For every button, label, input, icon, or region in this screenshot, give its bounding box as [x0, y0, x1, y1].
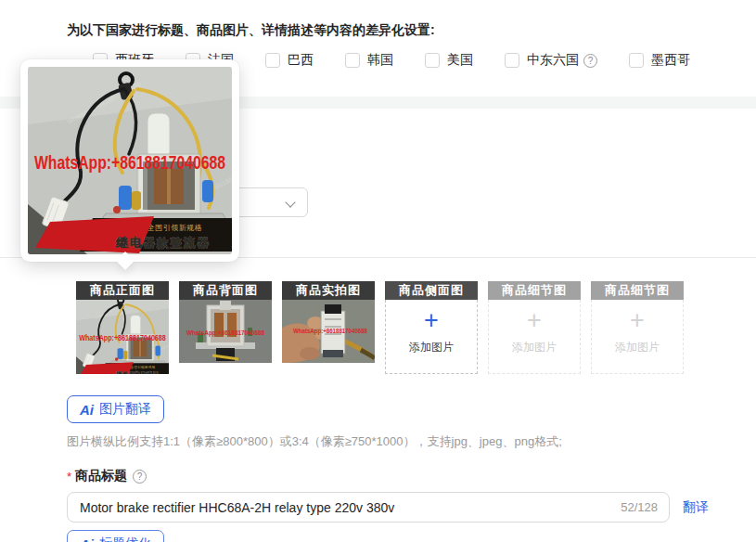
translate-link[interactable]: 翻译	[683, 499, 709, 516]
slot-header: 商品实拍图	[282, 281, 375, 300]
country-option-usa[interactable]: 美国	[425, 52, 473, 69]
question-circle-icon[interactable]: ?	[133, 470, 147, 484]
page: 为以下国家进行标题、商品图片、详情描述等内容的差异化设置: 西班牙 法国 巴西 …	[0, 0, 756, 542]
product-title-label-row: * 商品标题 ?	[67, 468, 147, 484]
bottom-button-label: 标题优化	[99, 536, 151, 542]
country-label: 韩国	[367, 52, 393, 69]
upload-dropzone[interactable]: + 添加图片	[385, 300, 478, 374]
upload-slot-side-view[interactable]: 商品侧面图 + 添加图片	[385, 281, 478, 374]
char-counter: 52/128	[621, 500, 669, 514]
slot-header: 商品细节图	[591, 281, 684, 300]
product-title-input[interactable]	[68, 500, 621, 515]
product-title-label: 商品标题	[75, 468, 127, 484]
image-slot-front[interactable]: 商品正面图	[76, 281, 169, 374]
plus-icon: +	[424, 307, 439, 333]
product-title-field[interactable]: 52/128	[67, 492, 670, 523]
slot-header: 商品背面图	[179, 281, 272, 300]
svg-text:WhatsApp:+8618817040688: WhatsApp:+8618817040688	[293, 328, 367, 335]
ai-logo-icon: Ai	[80, 536, 94, 542]
svg-text:WhatsApp:+8618817040688: WhatsApp:+8618817040688	[186, 329, 264, 337]
slot-header: 商品侧面图	[385, 281, 478, 300]
upload-slot-detail-2: 商品细节图 + 添加图片	[591, 281, 684, 374]
popup-pointer-arrow	[116, 252, 135, 270]
checkbox[interactable]	[425, 53, 440, 68]
add-image-label: 添加图片	[615, 340, 660, 355]
country-label: 中东六国	[527, 52, 579, 69]
image-requirements-hint: 图片横纵比例支持1:1（像素≥800*800）或3:4（像素≥750*1000）…	[67, 433, 562, 450]
add-image-label: 添加图片	[512, 340, 557, 355]
ai-logo-icon: Ai	[80, 402, 94, 418]
ai-title-optimize-button[interactable]: Ai 标题优化	[67, 530, 164, 542]
country-option-brazil[interactable]: 巴西	[265, 52, 314, 69]
product-front-thumbnail[interactable]	[76, 300, 169, 374]
checkbox[interactable]	[265, 53, 280, 68]
upload-dropzone-disabled: + 添加图片	[591, 300, 684, 374]
plus-icon: +	[630, 307, 645, 333]
upload-slot-detail-1: 商品细节图 + 添加图片	[488, 281, 581, 374]
product-front-photo-preview	[28, 67, 232, 254]
upload-dropzone-disabled: + 添加图片	[488, 300, 581, 374]
image-slot-back[interactable]: 商品背面图 WhatsApp:+8618817040688	[179, 281, 272, 374]
country-label: 美国	[447, 52, 473, 69]
add-image-label: 添加图片	[409, 340, 454, 355]
required-asterisk: *	[67, 470, 71, 484]
product-image-slots: 商品正面图 商品背面图 WhatsApp:+8618817040688	[76, 281, 684, 374]
slot-header: 商品正面图	[76, 281, 169, 300]
country-option-middle-east[interactable]: 中东六国 ?	[505, 52, 597, 69]
country-label: 巴西	[288, 52, 314, 69]
product-back-thumbnail[interactable]: WhatsApp:+8618817040688	[179, 300, 272, 374]
checkbox[interactable]	[629, 53, 644, 68]
section-title: 为以下国家进行标题、商品图片、详情描述等内容的差异化设置:	[67, 22, 435, 39]
product-real-shot-thumbnail[interactable]: WhatsApp:+8618817040688	[282, 300, 375, 374]
image-preview-popup	[20, 59, 239, 262]
country-option-korea[interactable]: 韩国	[345, 52, 393, 69]
ai-button-label: 图片翻译	[99, 401, 151, 418]
slot-header: 商品细节图	[488, 281, 581, 300]
chevron-down-icon	[285, 197, 295, 207]
ai-image-translate-button[interactable]: Ai 图片翻译	[67, 395, 164, 423]
plus-icon: +	[527, 307, 542, 333]
country-option-mexico[interactable]: 墨西哥	[629, 52, 690, 69]
question-circle-icon[interactable]: ?	[583, 54, 597, 68]
country-label: 墨西哥	[651, 52, 690, 69]
image-slot-real-shot[interactable]: 商品实拍图 WhatsApp:+8618817040688	[282, 281, 375, 374]
checkbox[interactable]	[505, 53, 519, 68]
checkbox[interactable]	[345, 53, 360, 68]
